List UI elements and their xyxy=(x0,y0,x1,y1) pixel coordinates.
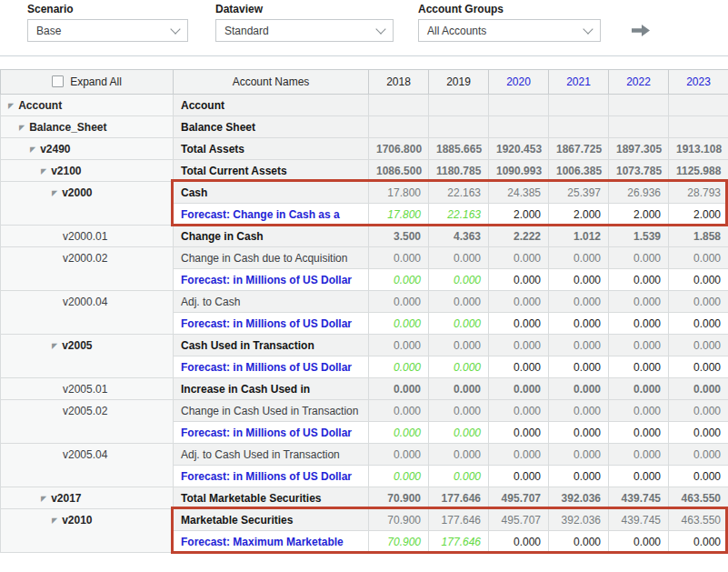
member-cell-Account[interactable]: ◤Account xyxy=(1,95,174,116)
value-cell-2020: 1090.993 xyxy=(489,160,549,182)
member-label: v2005.04 xyxy=(63,448,107,461)
forecast-value-cell-2023[interactable]: 0.000 xyxy=(669,313,728,335)
value-cell-2018: 0.000 xyxy=(369,291,429,313)
value-cell-2018: 0.000 xyxy=(369,378,429,400)
account-row-v2005: ◤v2005Cash Used in Transaction0.0000.000… xyxy=(1,335,728,356)
member-cell-v2005.04: v2005.04 xyxy=(1,444,174,487)
account-name-cell: Increase in Cash Used in xyxy=(174,378,369,400)
value-cell-2020: 495.707 xyxy=(489,509,549,531)
member-cell-v2005[interactable]: ◤v2005 xyxy=(1,335,174,378)
value-cell-2018: 70.900 xyxy=(369,487,429,509)
forecast-value-cell-2022[interactable]: 2.000 xyxy=(609,204,669,226)
year-header-2019: 2019 xyxy=(429,70,489,95)
value-cell-2018: 1086.500 xyxy=(369,160,429,182)
expand-all-checkbox[interactable] xyxy=(52,75,64,87)
dataview-select[interactable]: Standard xyxy=(215,19,394,42)
account-row-v2000: ◤v2000Cash17.80022.16324.38525.39726.936… xyxy=(1,182,728,204)
forecast-value-cell-2021[interactable]: 0.000 xyxy=(549,269,609,291)
forecast-value-cell-2020[interactable]: 2.000 xyxy=(489,204,549,226)
forecast-value-cell-2021[interactable]: 0.000 xyxy=(549,356,609,378)
member-cell-v2017[interactable]: ◤v2017 xyxy=(1,487,174,509)
forecast-value-cell-2022[interactable]: 0.000 xyxy=(609,422,669,444)
collapse-twisty-icon[interactable]: ◤ xyxy=(41,495,46,503)
forecast-value-cell-2022[interactable]: 0.000 xyxy=(609,313,669,335)
value-cell-2022 xyxy=(609,95,669,116)
value-cell-2021: 1.012 xyxy=(549,226,609,247)
forecast-value-cell-2021[interactable]: 0.000 xyxy=(549,313,609,335)
forecast-value-cell-2022[interactable]: 0.000 xyxy=(609,269,669,291)
value-cell-2021: 392.036 xyxy=(549,487,609,509)
value-cell-2019: 0.000 xyxy=(429,378,489,400)
member-cell-v2100[interactable]: ◤v2100 xyxy=(1,160,174,182)
member-cell-Balance_Sheet[interactable]: ◤Balance_Sheet xyxy=(1,116,174,138)
value-cell-2020: 0.000 xyxy=(489,400,549,422)
go-arrow-button[interactable] xyxy=(631,24,651,37)
forecast-value-cell-2023[interactable]: 0.000 xyxy=(669,531,728,553)
collapse-twisty-icon[interactable]: ◤ xyxy=(52,517,57,525)
value-cell-2020: 0.000 xyxy=(489,335,549,356)
collapse-twisty-icon[interactable]: ◤ xyxy=(52,342,57,350)
right-arrow-icon xyxy=(631,24,651,37)
forecast-value-cell-2020[interactable]: 0.000 xyxy=(489,356,549,378)
collapse-twisty-icon[interactable]: ◤ xyxy=(52,189,57,197)
forecast-value-cell-2021[interactable]: 0.000 xyxy=(549,531,609,553)
collapse-twisty-icon[interactable]: ◤ xyxy=(19,124,25,132)
value-cell-2020: 24.385 xyxy=(489,182,549,204)
forecast-value-cell-2023[interactable]: 0.000 xyxy=(669,466,728,487)
forecast-value-cell-2021[interactable]: 2.000 xyxy=(549,204,609,226)
value-cell-2021: 0.000 xyxy=(549,378,609,400)
year-header-2021: 2021 xyxy=(549,70,609,95)
value-cell-2019: 177.646 xyxy=(429,487,489,509)
value-cell-2023: 1125.988 xyxy=(669,160,728,182)
forecast-value-cell-2022[interactable]: 0.000 xyxy=(609,356,669,378)
account-row-v2005.02: v2005.02Change in Cash Used in Transacti… xyxy=(1,400,728,422)
scenario-label: Scenario xyxy=(27,3,188,15)
forecast-value-cell-2020[interactable]: 0.000 xyxy=(489,531,549,553)
collapse-twisty-icon[interactable]: ◤ xyxy=(30,146,35,154)
dataview-field: Dataview Standard xyxy=(215,3,394,42)
member-label: v2000.04 xyxy=(63,296,107,308)
member-cell-v2000[interactable]: ◤v2000 xyxy=(1,182,174,226)
account-table: Expand All Account Names 201820192020202… xyxy=(0,69,728,553)
forecast-value-cell-2023[interactable]: 0.000 xyxy=(669,422,728,444)
expand-all-header: Expand All xyxy=(1,70,174,95)
value-cell-2019 xyxy=(429,95,489,116)
forecast-value-cell-2022[interactable]: 0.000 xyxy=(609,531,669,553)
forecast-value-cell-2021[interactable]: 0.000 xyxy=(549,466,609,487)
scenario-value: Base xyxy=(36,25,61,37)
collapse-twisty-icon[interactable]: ◤ xyxy=(8,102,14,110)
member-label: v2005 xyxy=(62,339,92,352)
value-cell-2021: 0.000 xyxy=(549,335,609,356)
forecast-value-cell-2023[interactable]: 0.000 xyxy=(669,269,728,291)
member-cell-v2010[interactable]: ◤v2010 xyxy=(1,509,174,553)
forecast-value-cell-2020[interactable]: 0.000 xyxy=(489,466,549,487)
year-header-2020: 2020 xyxy=(489,70,549,95)
forecast-value-cell-2020[interactable]: 0.000 xyxy=(489,269,549,291)
forecast-value-cell-2020[interactable]: 0.000 xyxy=(489,422,549,444)
value-cell-2018 xyxy=(369,95,429,116)
value-cell-2022: 0.000 xyxy=(609,335,669,356)
member-cell-v2000.01: v2000.01 xyxy=(1,226,174,247)
forecast-value-cell-2019: 0.000 xyxy=(429,269,489,291)
scenario-select[interactable]: Base xyxy=(27,19,188,42)
value-cell-2019: 4.363 xyxy=(429,226,489,247)
account-groups-select[interactable]: All Accounts xyxy=(418,19,601,42)
forecast-value-cell-2023[interactable]: 2.000 xyxy=(669,204,728,226)
account-name-cell: Total Marketable Securities xyxy=(174,487,369,509)
collapse-twisty-icon[interactable]: ◤ xyxy=(41,167,46,176)
value-cell-2019: 0.000 xyxy=(429,400,489,422)
forecast-label-cell: Forecast: in Millions of US Dollar xyxy=(174,313,369,335)
header-row: Expand All Account Names 201820192020202… xyxy=(1,70,728,95)
forecast-value-cell-2020[interactable]: 0.000 xyxy=(489,313,549,335)
member-cell-v2490[interactable]: ◤v2490 xyxy=(1,138,174,160)
forecast-value-cell-2022[interactable]: 0.000 xyxy=(609,466,669,487)
forecast-value-cell-2021[interactable]: 0.000 xyxy=(549,422,609,444)
account-row-Account: ◤AccountAccount xyxy=(1,95,728,116)
forecast-value-cell-2018: 0.000 xyxy=(369,269,429,291)
value-cell-2022: 439.745 xyxy=(609,487,669,509)
member-cell-v2005.01: v2005.01 xyxy=(1,378,174,400)
value-cell-2019: 1180.785 xyxy=(429,160,489,182)
account-groups-value: All Accounts xyxy=(427,25,486,37)
account-name-cell: Adj. to Cash Used in Transaction xyxy=(174,444,369,466)
forecast-value-cell-2023[interactable]: 0.000 xyxy=(669,356,728,378)
